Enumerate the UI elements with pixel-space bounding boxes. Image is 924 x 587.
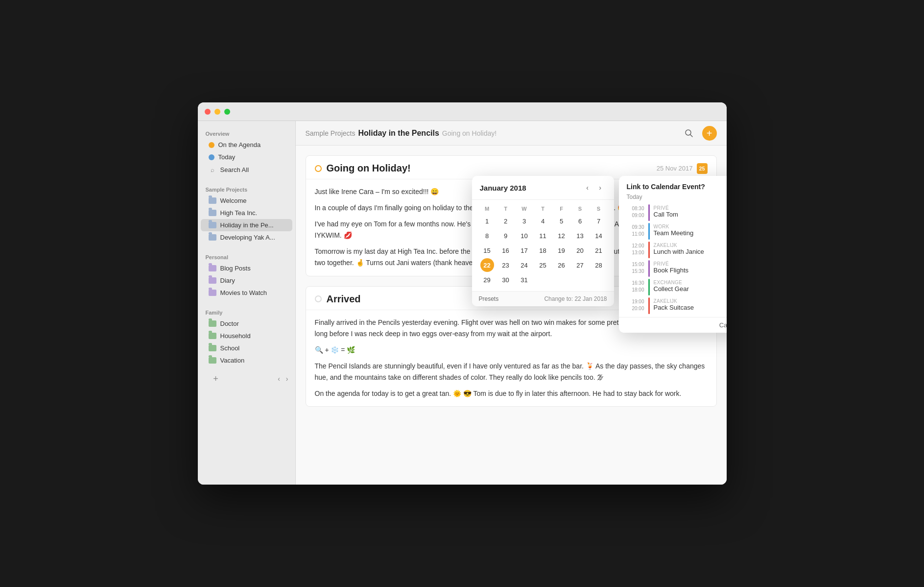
sidebar-item-vacation[interactable]: Vacation <box>201 354 292 367</box>
lc-event-collect-gear[interactable]: 16:30 18:00 Exchange Collect Gear <box>619 278 727 296</box>
sidebar-item-doctor[interactable]: Doctor <box>201 318 292 330</box>
cal-day-16[interactable]: 16 <box>499 244 513 257</box>
cal-day-13[interactable]: 13 <box>573 229 587 243</box>
add-entry-button[interactable]: + <box>702 126 717 141</box>
lc-event-lunch-janice[interactable]: 12:00 13:00 Zakelijk Lunch with Janice <box>619 241 727 259</box>
cal-day-2[interactable]: 2 <box>499 214 513 228</box>
cal-day-20[interactable]: 20 <box>573 244 587 257</box>
folder-icon-doctor <box>209 320 216 327</box>
cal-day-18[interactable]: 18 <box>536 244 550 257</box>
folder-icon-school <box>209 345 216 351</box>
cal-day-12[interactable]: 12 <box>555 229 569 243</box>
breadcrumb: Sample Projects Holiday in the Pencils G… <box>306 129 682 138</box>
sidebar-item-label-blog: Blog Posts <box>220 265 251 272</box>
lc-event-name-pack-suitcase[interactable]: Pack Suitcase <box>654 304 727 311</box>
cal-footer: Presets Change to: 22 Jan 2018 <box>472 291 614 306</box>
cal-day-14[interactable]: 14 <box>592 229 606 243</box>
cal-grid: M T W T F S S 1 2 3 4 5 6 7 8 9 10 1 <box>472 200 614 291</box>
blue-dot-icon <box>209 154 214 160</box>
cal-day-7[interactable]: 7 <box>592 214 606 228</box>
sidebar-back-button[interactable]: ‹ <box>276 374 282 384</box>
cal-day-24[interactable]: 24 <box>518 258 531 272</box>
sidebar-item-movies[interactable]: Movies to Watch <box>201 287 292 299</box>
lc-event-team-meeting[interactable]: 09:30 11:00 Work Team Meeting <box>619 222 727 241</box>
sidebar-item-diary[interactable]: Diary <box>201 274 292 287</box>
lc-event-name-book-flights[interactable]: Book Flights <box>654 267 727 274</box>
lc-event-book-flights[interactable]: 15:00 15:30 Privé Book Flights <box>619 259 727 278</box>
traffic-lights <box>205 109 230 115</box>
cal-day-11[interactable]: 11 <box>536 229 550 243</box>
breadcrumb-project[interactable]: Sample Projects <box>306 129 355 137</box>
entry-date-row: 25 Nov 2017 25 <box>657 163 708 174</box>
entry-date-icon[interactable]: 25 <box>697 163 708 174</box>
lc-event-category-1: Privé <box>654 205 727 211</box>
sidebar-add-button[interactable]: + <box>211 373 221 384</box>
cal-day-15[interactable]: 15 <box>480 244 494 257</box>
sidebar-item-holiday[interactable]: Holiday in the Pe... <box>201 219 292 231</box>
lc-event-pack-suitcase[interactable]: 19:00 20:00 Zakelijk Pack Suitcase <box>619 296 727 315</box>
lc-cancel-button[interactable]: Cancel <box>719 321 727 329</box>
cal-day-27[interactable]: 27 <box>573 258 587 272</box>
cal-day-30[interactable]: 30 <box>499 273 513 287</box>
cal-day-empty1 <box>536 273 550 287</box>
sidebar-item-high-tea[interactable]: High Tea Inc. <box>201 207 292 219</box>
cal-day-31[interactable]: 31 <box>518 273 531 287</box>
lc-event-name-team-meeting[interactable]: Team Meeting <box>654 229 727 237</box>
lc-event-name-lunch-janice[interactable]: Lunch with Janice <box>654 248 727 255</box>
lc-event-call-tom[interactable]: 08:30 09:00 Privé Call Tom <box>619 203 727 222</box>
sidebar-item-search-all[interactable]: ⌕ Search All <box>201 163 292 176</box>
search-button[interactable] <box>682 126 696 141</box>
cal-day-26[interactable]: 26 <box>555 258 569 272</box>
cal-day-22-today[interactable]: 22 <box>480 258 494 272</box>
cal-day-3[interactable]: 3 <box>518 214 531 228</box>
lc-event-category-2: Work <box>654 224 727 229</box>
cal-day-29[interactable]: 29 <box>480 273 494 287</box>
breadcrumb-note[interactable]: Holiday in the Pencils <box>358 129 439 138</box>
sidebar-item-today[interactable]: Today <box>201 151 292 163</box>
cal-day-28[interactable]: 28 <box>592 258 606 272</box>
arrived-p4: On the agenda for today is to get a grea… <box>315 388 708 399</box>
cal-day-10[interactable]: 10 <box>518 229 531 243</box>
lc-event-name-collect-gear[interactable]: Collect Gear <box>654 285 727 293</box>
sidebar-forward-button[interactable]: › <box>284 374 290 384</box>
sidebar-item-label-diary: Diary <box>220 277 235 284</box>
lc-event-category-6: Zakelijk <box>654 298 727 304</box>
cal-day-23[interactable]: 23 <box>499 258 513 272</box>
cal-day-9[interactable]: 9 <box>499 229 513 243</box>
search-icon: ⌕ <box>209 166 216 173</box>
cal-day-1[interactable]: 1 <box>480 214 494 228</box>
sidebar-item-blog[interactable]: Blog Posts <box>201 262 292 274</box>
cal-week-4: 22 23 24 25 26 27 28 <box>478 258 608 272</box>
cal-next-button[interactable]: › <box>594 182 606 194</box>
sidebar-item-household[interactable]: Household <box>201 330 292 342</box>
lc-time-col-2: 09:30 11:00 <box>627 223 644 240</box>
cal-day-19[interactable]: 19 <box>555 244 569 257</box>
cal-day-4[interactable]: 4 <box>536 214 550 228</box>
sidebar-item-on-the-agenda[interactable]: On the Agenda <box>201 139 292 151</box>
cal-day-5[interactable]: 5 <box>555 214 569 228</box>
lc-time-col-6: 19:00 20:00 <box>627 297 644 314</box>
cal-header: January 2018 ‹ › <box>472 176 614 200</box>
sidebar-item-developing[interactable]: Developing Yak A... <box>201 231 292 244</box>
lc-time-col-4: 15:00 15:30 <box>627 260 644 277</box>
cal-day-8[interactable]: 8 <box>480 229 494 243</box>
app-window: Overview On the Agenda Today ⌕ Search Al… <box>198 102 727 485</box>
maximize-button[interactable] <box>224 109 230 115</box>
cal-presets-button[interactable]: Presets <box>479 295 499 302</box>
cal-nav-row: ‹ › <box>582 182 606 194</box>
cal-day-25[interactable]: 25 <box>536 258 550 272</box>
sidebar-item-welcome[interactable]: Welcome <box>201 195 292 207</box>
lc-event-content-5: Exchange Collect Gear <box>654 279 727 295</box>
lc-time-col-5: 16:30 18:00 <box>627 279 644 295</box>
cal-day-headers: M T W T F S S <box>478 204 608 214</box>
cal-day-6[interactable]: 6 <box>573 214 587 228</box>
cal-change-label: Change to: 22 Jan 2018 <box>544 295 607 302</box>
cal-prev-button[interactable]: ‹ <box>582 182 593 194</box>
cal-header-w: W <box>515 204 534 214</box>
lc-event-name-call-tom[interactable]: Call Tom <box>654 211 727 218</box>
cal-day-21[interactable]: 21 <box>592 244 606 257</box>
close-button[interactable] <box>205 109 211 115</box>
minimize-button[interactable] <box>214 109 220 115</box>
cal-day-17[interactable]: 17 <box>518 244 531 257</box>
sidebar-item-school[interactable]: School <box>201 342 292 354</box>
